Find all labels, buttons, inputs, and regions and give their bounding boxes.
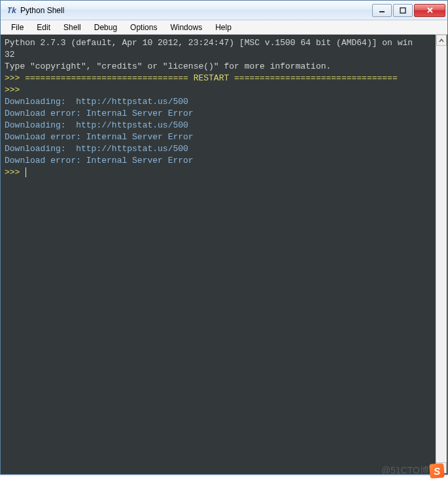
output-line: Download error: Internal Server Error	[5, 156, 194, 165]
output-line: Downloading: http://httpstat.us/500	[5, 144, 188, 154]
terminal-output[interactable]: Python 2.7.3 (default, Apr 10 2012, 23:2…	[1, 35, 447, 474]
banner-line: Python 2.7.3 (default, Apr 10 2012, 23:2…	[5, 38, 413, 48]
minimize-button[interactable]	[372, 4, 392, 17]
prompt: >>>	[5, 167, 20, 177]
vertical-scrollbar[interactable]	[436, 35, 447, 473]
chevron-up-icon	[439, 38, 444, 43]
output-line: Download error: Internal Server Error	[5, 109, 194, 118]
menu-help[interactable]: Help	[209, 22, 238, 33]
chevron-down-icon	[439, 466, 444, 471]
output-line: Downloading: http://httpstat.us/500	[5, 120, 188, 130]
maximize-button[interactable]	[393, 4, 413, 17]
banner-line: Type "copyright", "credits" or "license(…	[5, 61, 331, 71]
window-title: Python Shell	[20, 6, 64, 15]
close-icon	[426, 7, 434, 14]
menu-options[interactable]: Options	[124, 22, 164, 33]
app-window: Tk Python Shell File Edit Shell Debug Op…	[0, 0, 448, 475]
menu-file[interactable]: File	[5, 22, 30, 33]
menu-edit[interactable]: Edit	[30, 22, 57, 33]
menu-shell[interactable]: Shell	[57, 22, 88, 33]
menu-debug[interactable]: Debug	[88, 22, 124, 33]
scroll-up-button[interactable]	[436, 35, 447, 46]
maximize-icon	[400, 7, 406, 14]
app-icon: Tk	[6, 5, 16, 16]
cursor	[26, 167, 26, 177]
output-line: Downloading: http://httpstat.us/500	[5, 97, 188, 107]
titlebar[interactable]: Tk Python Shell	[1, 1, 447, 20]
scroll-track[interactable]	[436, 46, 447, 462]
svg-rect-1	[400, 8, 405, 13]
minimize-icon	[379, 7, 385, 14]
prompt: >>>	[5, 85, 20, 95]
prompt: >>>	[5, 73, 20, 83]
output-line: Download error: Internal Server Error	[5, 132, 194, 142]
scroll-down-button[interactable]	[436, 462, 447, 473]
close-button[interactable]	[414, 4, 445, 17]
menubar: File Edit Shell Debug Options Windows He…	[1, 20, 447, 35]
banner-line: 32	[5, 50, 15, 60]
menu-windows[interactable]: Windows	[164, 22, 209, 33]
restart-banner: ================================ RESTART…	[25, 73, 398, 83]
window-controls	[371, 4, 445, 17]
